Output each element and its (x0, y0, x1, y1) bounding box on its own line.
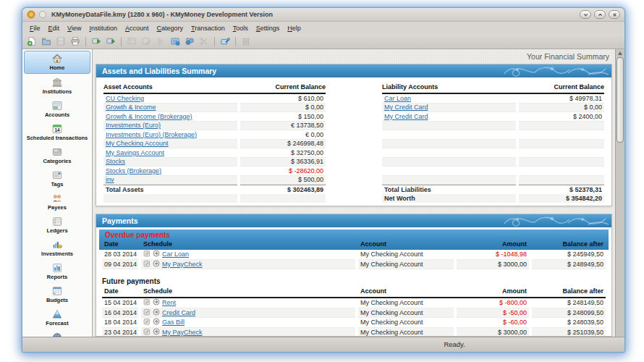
minimize-button[interactable] (580, 10, 591, 19)
asset-account-row: inv$ 500,00 (103, 176, 326, 185)
edit-schedule-icon[interactable] (143, 260, 151, 269)
column-header-amount: Amount (457, 240, 529, 248)
asset-account-row: Growth & Income$ 0,00 (103, 104, 326, 113)
account-link[interactable]: My Credit Card (384, 104, 428, 111)
menu-tools[interactable]: Tools (229, 24, 252, 33)
account-link[interactable]: CU Checking (106, 95, 144, 102)
app-menu-icon[interactable] (38, 10, 47, 19)
sidebar-item-forecast[interactable]: Forecast (22, 307, 92, 329)
balance-cell: $ 150,00 (240, 112, 326, 122)
split-transaction-button[interactable] (198, 35, 211, 48)
balance-after-cell: $ 248949,50 (532, 260, 606, 270)
menu-account[interactable]: Account (122, 24, 153, 33)
print-button[interactable] (69, 35, 82, 48)
title-bar[interactable]: KMyMoneyDataFile.kmy (1280 x 960) - KMyM… (22, 8, 624, 22)
asset-accounts-table: Asset AccountsCurrent BalanceCU Checking… (103, 79, 326, 203)
sidebar-item-payees[interactable]: Payees (22, 191, 92, 213)
sidebar-item-institutions[interactable]: Institutions (22, 75, 92, 97)
sidebar-item-investments[interactable]: Investments (22, 237, 92, 259)
edit-institution-button[interactable] (125, 35, 138, 48)
new-account-button[interactable] (104, 35, 117, 48)
sidebar-item-scheduled[interactable]: 14Scheduled transactions (22, 122, 92, 143)
edit-schedule-icon[interactable] (143, 250, 151, 258)
save-file-button[interactable] (54, 35, 67, 48)
enter-schedule-icon[interactable] (153, 318, 160, 327)
total-label-cell (103, 194, 237, 203)
vertical-scrollbar[interactable] (615, 49, 624, 337)
summary-panel: Assets and Liabilities Summary Asset Acc… (96, 64, 612, 206)
scroll-up-arrow-icon[interactable] (618, 51, 622, 55)
account-link[interactable]: Stocks (106, 158, 125, 165)
tags-icon (51, 169, 63, 181)
enter-schedule-icon[interactable] (153, 308, 160, 317)
menu-settings[interactable]: Settings (253, 24, 284, 33)
enter-schedule-icon[interactable] (153, 250, 160, 258)
menu-institution[interactable]: Institution (85, 24, 121, 33)
menu-category[interactable]: Category (153, 24, 187, 33)
match-transaction-button[interactable] (183, 35, 196, 48)
sidebar-item-reports[interactable]: Reports (22, 261, 92, 282)
asset-account-row: My Checking Account$ 246998,48 (103, 140, 326, 149)
open-file-button[interactable] (40, 35, 53, 48)
sidebar-item-outbox[interactable]: Outbox (22, 330, 92, 337)
close-button[interactable] (609, 10, 620, 19)
edit-schedule-icon[interactable] (143, 318, 151, 327)
reconcile-button[interactable] (219, 35, 232, 48)
menu-file[interactable]: File (26, 24, 44, 33)
new-transaction-button[interactable] (169, 35, 182, 48)
schedule-cell: Gas Bill (141, 318, 355, 328)
schedule-link[interactable]: Car Loan (162, 251, 189, 258)
account-link[interactable]: My Credit Card (384, 113, 428, 120)
menu-edit[interactable]: Edit (45, 24, 64, 33)
edit-schedule-icon[interactable] (143, 308, 151, 317)
schedule-link[interactable]: Credit Card (162, 309, 195, 316)
account-link[interactable]: Growth & Income (106, 104, 156, 111)
schedule-link[interactable]: Rent (162, 299, 176, 306)
sidebar-item-accounts[interactable]: Accounts (22, 98, 92, 120)
account-link[interactable]: Investments (Euro) (Brokerage) (106, 131, 197, 138)
forecast-icon (51, 308, 63, 320)
total-row: Net Worth$ 354842,20 (382, 194, 604, 203)
balance-cell: € 13738,50 (240, 122, 326, 131)
liability-account-row: Car Loan$ 49978,31 (382, 94, 604, 104)
account-link[interactable]: Growth & Income (Brokerage) (106, 113, 192, 120)
new-file-button[interactable] (25, 35, 38, 48)
edit-account-button[interactable] (140, 35, 153, 48)
account-link[interactable]: My Savings Account (106, 149, 164, 156)
column-header-account: Account (358, 240, 454, 248)
payments-panel-title: Payments (102, 216, 138, 225)
enter-schedule-icon[interactable] (153, 328, 160, 336)
enter-schedule-icon[interactable] (153, 260, 160, 269)
sidebar-item-label: Reports (47, 274, 67, 280)
sidebar-item-label: Budgets (46, 297, 68, 303)
schedule-link[interactable]: My PayCheck (162, 329, 203, 336)
account-link[interactable]: My Checking Account (106, 140, 169, 147)
schedule-link[interactable]: Gas Bill (162, 319, 185, 326)
sidebar-item-categories[interactable]: Categories (22, 145, 92, 167)
schedule-link[interactable]: My PayCheck (162, 261, 203, 268)
menu-view[interactable]: View (64, 24, 85, 33)
delete-button[interactable] (240, 35, 253, 48)
edit-schedule-icon[interactable] (143, 298, 151, 307)
account-name-cell: Stocks (Brokerage) (103, 167, 237, 176)
account-link[interactable]: Investments (Euro) (106, 122, 161, 129)
account-link[interactable]: inv (106, 176, 114, 183)
total-value-cell: $ 52378,31 (519, 185, 604, 194)
sidebar-item-ledgers[interactable]: Ledgers (22, 214, 92, 236)
account-link[interactable]: Stocks (Brokerage) (106, 167, 161, 174)
menu-transaction[interactable]: Transaction (187, 24, 229, 33)
enter-schedule-icon[interactable] (153, 298, 160, 307)
future-columns-header: DateScheduleAccountAmountBalance after (102, 286, 606, 298)
menu-help[interactable]: Help (284, 24, 305, 33)
account-link[interactable]: Car Loan (384, 95, 411, 102)
maximize-button[interactable] (594, 10, 606, 19)
toolbar-separator (121, 37, 122, 46)
sidebar-item-home[interactable]: Home (24, 51, 90, 74)
go-to-ledger-button[interactable] (154, 35, 167, 48)
sidebar-item-budgets[interactable]: Budgets (22, 284, 92, 306)
new-institution-button[interactable] (90, 35, 103, 48)
summary-panel-title: Assets and Liabilities Summary (102, 67, 216, 75)
edit-schedule-icon[interactable] (143, 328, 151, 336)
sidebar-item-tags[interactable]: Tags (22, 168, 92, 190)
scrollbar-thumb[interactable] (617, 57, 624, 143)
